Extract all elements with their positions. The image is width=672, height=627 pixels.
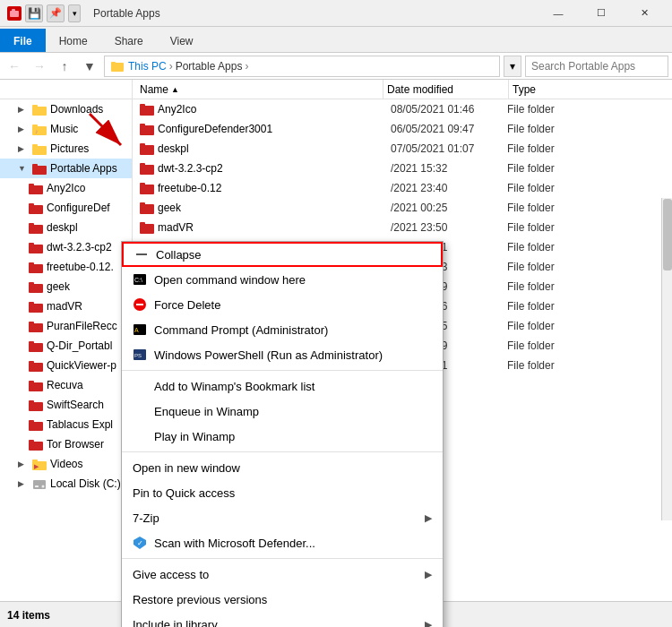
expand-arrow-down: ▼ <box>18 164 29 173</box>
sidebar-item-any2ico[interactable]: Any2Ico <box>0 178 132 198</box>
expand-arrow: ▶ <box>18 144 29 153</box>
quick-access-arrow[interactable]: ▾ <box>68 4 81 22</box>
ctx-winamp-play[interactable]: Play in Winamp <box>122 424 443 449</box>
svg-text:PS: PS <box>134 353 142 358</box>
context-menu: Collapse C:\ Open command window here Fo… <box>121 241 444 627</box>
svg-rect-19 <box>29 245 43 253</box>
file-row[interactable]: geek /2021 00:25 File folder <box>133 198 672 218</box>
breadcrumb: This PC <box>128 60 167 73</box>
sidebar-item-deskpl[interactable]: deskpl <box>0 218 132 237</box>
tab-view[interactable]: View <box>157 29 207 52</box>
ctx-defender-scan[interactable]: ✓ Scan with Microsoft Defender... <box>122 530 443 555</box>
svg-rect-36 <box>29 400 34 403</box>
search-input[interactable] <box>525 56 668 77</box>
svg-line-87 <box>90 114 121 145</box>
sidebar-item-dwt[interactable]: dwt-3.2.3-cp2 <box>0 237 132 257</box>
svg-rect-44 <box>33 480 46 489</box>
svg-rect-15 <box>29 205 43 214</box>
sidebar-item-geek[interactable]: geek <box>0 277 132 296</box>
sub-folder-icon <box>29 222 43 234</box>
ctx-winamp-bookmark[interactable]: Add to Winamp's Bookmark list <box>122 374 443 399</box>
sub-folder-icon <box>29 439 43 451</box>
svg-text:♪: ♪ <box>35 128 39 134</box>
submenu-arrow: ▶ <box>425 512 432 524</box>
close-button[interactable]: ✕ <box>624 3 665 24</box>
sidebar-item-torbrowser[interactable]: Tor Browser <box>0 434 132 454</box>
sidebar-item-freetube[interactable]: freetube-0.12. <box>0 257 132 277</box>
status-text: 14 items <box>7 609 50 622</box>
svg-rect-21 <box>29 264 43 273</box>
sidebar-item-localdisk[interactable]: ▶ Local Disk (C:) <box>0 474 132 494</box>
sidebar-item-puranfile[interactable]: PuranFileRecc <box>0 316 132 336</box>
sidebar-item-swiftsearch[interactable]: SwiftSearch <box>0 395 132 415</box>
ctx-include-library[interactable]: Include in library ▶ <box>122 612 443 627</box>
ribbon: File Home Share View <box>0 27 672 53</box>
tab-home[interactable]: Home <box>46 29 101 52</box>
sidebar-item-configuredef[interactable]: ConfigureDef <box>0 198 132 218</box>
ctx-collapse[interactable]: Collapse <box>122 242 443 267</box>
svg-rect-49 <box>140 125 154 135</box>
sidebar-item-quickviewer[interactable]: QuickViewer-p <box>0 356 132 375</box>
svg-rect-35 <box>29 402 43 411</box>
tab-share[interactable]: Share <box>101 29 157 52</box>
file-row[interactable]: madVR /2021 23:50 File folder <box>133 218 672 237</box>
app-icon <box>7 6 22 21</box>
ctx-7zip[interactable]: 7-Zip ▶ <box>122 505 443 530</box>
save-icon[interactable]: 💾 <box>25 4 43 22</box>
minimize-button[interactable]: — <box>538 3 579 24</box>
svg-rect-42 <box>32 460 38 462</box>
ctx-pin-quick-access[interactable]: Pin to Quick access <box>122 480 443 505</box>
back-button[interactable]: ← <box>4 56 25 77</box>
file-row[interactable]: ConfigureDefender3001 06/05/2021 09:47 F… <box>133 119 672 139</box>
file-row[interactable]: deskpl 07/05/2021 01:07 File folder <box>133 139 672 159</box>
ctx-cmd-admin[interactable]: A Command Prompt (Administrator) <box>122 317 443 342</box>
sub-folder-icon <box>29 301 43 313</box>
file-row[interactable]: freetube-0.12 /2021 23:40 File folder <box>133 178 672 198</box>
sidebar-item-portable-apps[interactable]: ▼ Portable Apps <box>0 159 132 178</box>
file-row[interactable]: Any2Ico 08/05/2021 01:46 File folder <box>133 99 672 119</box>
svg-rect-26 <box>29 302 34 305</box>
up-button[interactable]: ↑ <box>54 56 75 77</box>
ctx-open-new-window[interactable]: Open in new window <box>122 455 443 480</box>
ctx-give-access[interactable]: Give access to ▶ <box>122 562 443 587</box>
address-bar: ← → ↑ ▼ This PC › Portable Apps › ▾ <box>0 53 672 80</box>
address-expand-button[interactable]: ▾ <box>504 56 521 77</box>
tab-file[interactable]: File <box>0 29 46 52</box>
col-header-date[interactable]: Date modified <box>383 80 509 99</box>
ctx-winamp-enqueue[interactable]: Enqueue in Winamp <box>122 399 443 424</box>
ctx-powershell-admin[interactable]: PS Windows PowerShell (Run as Administra… <box>122 342 443 367</box>
ctx-open-cmd[interactable]: C:\ Open command window here <box>122 267 443 292</box>
svg-rect-0 <box>10 11 19 17</box>
red-arrow-indicator <box>81 105 130 157</box>
window-controls: — ☐ ✕ <box>538 3 665 24</box>
ctx-separator <box>122 558 443 559</box>
svg-rect-13 <box>29 185 43 194</box>
expand-arrow: ▶ <box>18 479 29 488</box>
svg-rect-17 <box>29 225 43 234</box>
svg-rect-24 <box>29 282 34 285</box>
expand-arrow: ▶ <box>18 460 29 468</box>
sidebar-item-madvr[interactable]: madVR <box>0 296 132 316</box>
sidebar-item-qdir[interactable]: Q-Dir_Portabl <box>0 336 132 356</box>
folder-icon <box>140 102 154 116</box>
recent-locations-button[interactable]: ▼ <box>79 56 100 77</box>
pin-icon[interactable]: 📌 <box>47 4 65 22</box>
sidebar-item-recuva[interactable]: Recuva <box>0 375 132 395</box>
svg-rect-57 <box>140 204 154 214</box>
expand-arrow: ▶ <box>18 105 29 114</box>
sidebar-item-videos[interactable]: ▶ ▶ Videos <box>0 454 132 474</box>
svg-rect-10 <box>32 144 38 147</box>
maximize-button[interactable]: ☐ <box>581 3 622 24</box>
svg-point-46 <box>42 485 45 487</box>
col-header-name[interactable]: Name ▲ <box>133 80 383 99</box>
ctx-restore-versions[interactable]: Restore previous versions <box>122 587 443 612</box>
folder-icon <box>140 142 154 156</box>
col-header-type[interactable]: Type <box>509 80 616 99</box>
forward-button[interactable]: → <box>29 56 50 77</box>
svg-rect-25 <box>29 304 43 313</box>
file-row[interactable]: dwt-3.2.3-cp2 /2021 15:32 File folder <box>133 159 672 178</box>
scrollbar[interactable] <box>661 198 672 520</box>
address-path[interactable]: This PC › Portable Apps › <box>104 56 500 77</box>
sidebar-item-tablacus[interactable]: Tablacus Expl <box>0 415 132 434</box>
ctx-force-delete[interactable]: Force Delete <box>122 292 443 317</box>
